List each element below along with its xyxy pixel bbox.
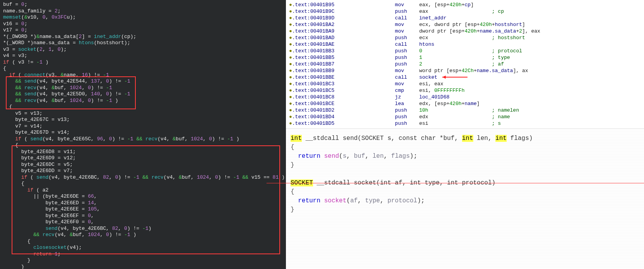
blank-line: [291, 170, 639, 179]
svg-marker-1: [442, 76, 446, 79]
code-line[interactable]: }: [3, 257, 283, 264]
code-line[interactable]: v16 = 0;: [3, 21, 283, 28]
send-body: return send(s, buf, len, flags);: [291, 152, 639, 161]
disasm-row[interactable]: ●.text:00401B9C push eax ; cp: [289, 8, 644, 15]
disasm-row[interactable]: ●.text:00401BD5 push esi ; s: [289, 120, 644, 127]
code-line[interactable]: byte_42E67D = v14;: [3, 129, 283, 136]
code-line[interactable]: name.sa_family = 2;: [3, 8, 283, 15]
disasm-row[interactable]: ●.text:00401BB7 push 2 ; af: [289, 61, 644, 67]
disasm-row[interactable]: ●.text:00401BBE call socket: [289, 74, 644, 81]
code-line[interactable]: byte_42E67C = v13;: [3, 117, 283, 123]
code-line[interactable]: && recv(v4, &buf, 1024, 0) != -1: [3, 85, 283, 91]
disasm-row[interactable]: ●.text:00401BB5 push 1 ; type: [289, 54, 644, 61]
code-line[interactable]: byte_42E6ED = 14,: [3, 200, 283, 207]
disasm-row[interactable]: ●.text:00401BC3 mov esi, eax: [289, 81, 644, 87]
code-line[interactable]: closesocket(v4);: [3, 245, 283, 251]
disasm-row[interactable]: ●.text:00401BAD push ecx ; hostshort: [289, 34, 644, 41]
decompiler-pane[interactable]: buf = 0;name.sa_family = 2;memset(&v10, …: [0, 0, 286, 269]
code-line[interactable]: {: [3, 181, 283, 187]
code-line[interactable]: byte_42E6D9 = v12;: [3, 155, 283, 162]
disasm-row[interactable]: ●.text:00401BA9 mov dword ptr [esp+420h+…: [289, 28, 644, 34]
code-line[interactable]: v17 = 0;: [3, 27, 283, 34]
code-line[interactable]: {: [3, 142, 283, 149]
code-line[interactable]: v3 = socket(2, 1, 0);: [3, 47, 283, 53]
disasm-row[interactable]: ●.text:00401B9D call inet_addr: [289, 15, 644, 21]
code-line[interactable]: if ( a2: [3, 187, 283, 194]
code-line[interactable]: byte_42E6EF = 0,: [3, 213, 283, 219]
code-line[interactable]: memset(&v10, 0, 0x3FCu);: [3, 14, 283, 21]
disasm-row[interactable]: ●.text:00401BC8 jz loc_401D68: [289, 94, 644, 100]
brace-close: }: [291, 161, 639, 170]
code-line[interactable]: byte_42E6F0 = 0,: [3, 219, 283, 226]
disasm-row[interactable]: ●.text:00401BAE call htons: [289, 41, 644, 48]
code-line[interactable]: {: [3, 104, 283, 110]
disasm-row[interactable]: ●.text:00401BB3 push 0 ; protocol: [289, 48, 644, 54]
disasm-row[interactable]: ●.text:00401BCE lea edx, [esp+420h+name]: [289, 100, 644, 107]
code-line[interactable]: byte_42E6DC = v5;: [3, 162, 283, 168]
code-line[interactable]: && recv(v4, &buf, 1024, 0) != -1 ): [3, 98, 283, 104]
code-line[interactable]: && send(v4, byte_42E5D0, 140, 0) != -1: [3, 91, 283, 98]
socket-body: return socket(af, type, protocol);: [291, 197, 639, 205]
disasm-row[interactable]: ●.text:00401BC5 cmp esi, 0FFFFFFFFh: [289, 87, 644, 94]
code-line[interactable]: {: [3, 66, 283, 72]
code-line[interactable]: *(_WORD *)name.sa_data = htons(hostshort…: [3, 40, 283, 47]
code-line[interactable]: return 1;: [3, 251, 283, 258]
code-line[interactable]: byte_42E6D8 = v11;: [3, 149, 283, 155]
code-line[interactable]: && recv(v4, &buf, 1024, 0) != -1 ): [3, 232, 283, 238]
brace-open: {: [291, 188, 639, 197]
code-line[interactable]: v4 = v3;: [3, 53, 283, 59]
decompiler-code[interactable]: buf = 0;name.sa_family = 2;memset(&v10, …: [3, 2, 283, 269]
code-line[interactable]: buf = 0;: [3, 2, 283, 8]
code-line[interactable]: if ( send(v4, byte_42E6BC, 82, 0) != -1 …: [3, 174, 283, 181]
code-line[interactable]: || (byte_42E6DE = 66,: [3, 193, 283, 200]
send-signature: int __stdcall send(SOCKET s, const char …: [291, 134, 639, 143]
code-line[interactable]: byte_42E6DD = v7;: [3, 168, 283, 174]
code-line[interactable]: if ( v3 != -1 ): [3, 59, 283, 66]
signatures-pane[interactable]: int __stdcall send(SOCKET s, const char …: [286, 129, 644, 269]
disasm-row[interactable]: ●.text:00401BA2 mov ecx, dword ptr [esp+…: [289, 21, 644, 28]
right-pane: ●.text:00401B95 mov eax, [esp+420h+cp]●.…: [286, 0, 644, 269]
code-line[interactable]: v5 = v13;: [3, 110, 283, 117]
arrow-icon: [440, 76, 471, 79]
disasm-row[interactable]: ●.text:00401B95 mov eax, [esp+420h+cp]: [289, 2, 644, 8]
code-line[interactable]: && send(v4, byte_42E544, 137, 0) != -1: [3, 78, 283, 85]
code-line[interactable]: if ( connect(v3, &name, 16) != -1: [3, 72, 283, 79]
separator-red-line: [267, 183, 644, 183]
code-line[interactable]: *(_DWORD *)&name.sa_data[2] = inet_addr(…: [3, 34, 283, 40]
disasm-row[interactable]: ●.text:00401BB9 mov word ptr [esp+42Ch+n…: [289, 67, 644, 74]
brace-close: }: [291, 205, 639, 214]
code-line[interactable]: send(v4, byte_42E6BC, 82, 0) != -1): [3, 226, 283, 232]
code-line[interactable]: v7 = v14;: [3, 123, 283, 130]
disasm-row[interactable]: ●.text:00401BD4 push edx ; name: [289, 114, 644, 120]
code-line[interactable]: {: [3, 238, 283, 245]
disasm-row[interactable]: ●.text:00401BD2 push 10h ; namelen: [289, 107, 644, 114]
brace-open: {: [291, 143, 639, 152]
code-line[interactable]: }: [3, 264, 283, 269]
code-line[interactable]: if ( send(v4, byte_42E65C, 96, 0) != -1 …: [3, 136, 283, 143]
code-line[interactable]: byte_42E6EE = 105,: [3, 206, 283, 213]
disassembly-listing[interactable]: ●.text:00401B95 mov eax, [esp+420h+cp]●.…: [286, 0, 644, 129]
